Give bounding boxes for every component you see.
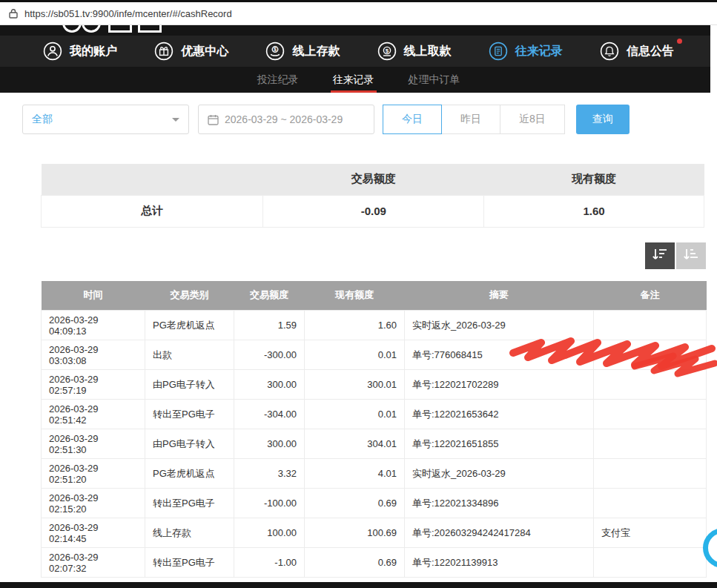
table-row: 2026-03-29 03:03:08出款-300.000.01单号:77606… (42, 340, 707, 370)
summary-header-balance: 现有额度 (484, 164, 704, 195)
type-cell: 转出至PG电子 (145, 548, 234, 578)
summary-total-label: 总计 (42, 195, 263, 227)
remark-cell (594, 400, 707, 429)
time-cell: 2026-03-29 02:51:30 (42, 429, 145, 459)
balance-cell: 100.69 (305, 518, 405, 548)
nav-label: 线上取款 (404, 44, 452, 59)
table-row: 2026-03-29 02:51:20PG老虎机返点3.324.01实时返水_2… (42, 459, 707, 489)
logo-circle-icon (82, 25, 101, 33)
type-cell: 出款 (145, 340, 234, 370)
subnav-label: 投注纪录 (257, 73, 299, 87)
date-range-value: 2026-03-29 ~ 2026-03-29 (225, 113, 343, 125)
time-cell: 2026-03-29 02:51:42 (42, 400, 145, 429)
balance-cell: 0.01 (305, 340, 405, 370)
records-icon (489, 42, 508, 61)
sort-ascending-button[interactable] (676, 242, 706, 269)
table-row: 2026-03-29 02:51:42转出至PG电子-304.000.01单号:… (42, 400, 707, 429)
subnav-label: 处理中订单 (409, 73, 460, 87)
search-button[interactable]: 查询 (576, 105, 630, 134)
today-button[interactable]: 今日 (383, 105, 442, 134)
sort-descending-button[interactable] (645, 242, 675, 269)
sub-nav: 投注纪录 往来记录 处理中订单 (0, 67, 717, 93)
nav-label: 信息公告 (627, 44, 674, 59)
remark-cell (594, 370, 707, 400)
withdraw-icon: $ (377, 42, 397, 61)
summary-cell: 单号:122021702289 (405, 370, 594, 400)
nav-item-promotions[interactable]: 优惠中心 (154, 42, 228, 61)
user-icon (43, 42, 62, 61)
nav-item-my-account[interactable]: 我的账户 (43, 42, 117, 61)
summary-cell: 单号:202603294242417284 (405, 518, 594, 548)
header-summary: 摘要 (405, 281, 594, 311)
header-type: 交易类别 (145, 281, 234, 311)
summary-cell: 单号:122021653642 (405, 400, 594, 429)
summary-header-transaction: 交易额度 (263, 164, 484, 195)
records-tbody: 2026-03-29 04:09:13PG老虎机返点1.591.60实时返水_2… (42, 311, 707, 578)
balance-cell: 0.69 (305, 548, 405, 578)
remark-cell (594, 311, 707, 340)
svg-text:$: $ (274, 47, 277, 53)
header-amount: 交易额度 (234, 281, 305, 311)
summary-transaction-total: -0.09 (263, 195, 484, 227)
records-table: 时间 交易类别 交易额度 现有额度 摘要 备注 2026-03-29 04:09… (41, 281, 707, 578)
balance-cell: 304.01 (305, 429, 405, 459)
balance-cell: 1.60 (305, 311, 405, 340)
amount-cell: -300.00 (234, 340, 305, 370)
type-cell: 由PG电子转入 (145, 429, 234, 459)
url-text: https://sb051.tv:9900/infe/mcenter/#/cas… (24, 8, 232, 19)
nav-item-deposit[interactable]: $ 线上存款 (265, 42, 340, 61)
type-cell: 转出至PG电子 (145, 489, 234, 518)
remark-cell (594, 548, 707, 578)
notification-dot (677, 39, 682, 44)
summary-cell: 单号:776068415 (405, 340, 594, 370)
nav-label: 我的账户 (70, 44, 117, 59)
logo-glyph (138, 25, 162, 33)
nav-label: 往来记录 (515, 44, 563, 59)
sort-ascending-icon (682, 247, 700, 264)
table-row: 2026-03-29 02:15:20转出至PG电子-100.000.69单号:… (42, 489, 707, 518)
time-cell: 2026-03-29 02:14:45 (42, 518, 145, 548)
nav-item-withdraw[interactable]: $ 线上取款 (377, 42, 452, 61)
nav-item-records[interactable]: 往来记录 (489, 42, 563, 61)
summary-balance-total: 1.60 (484, 195, 704, 227)
type-filter-dropdown[interactable]: 全部 (22, 105, 189, 134)
remark-cell (594, 459, 707, 489)
balance-cell: 0.69 (305, 489, 405, 518)
yesterday-button[interactable]: 昨日 (441, 105, 500, 134)
amount-cell: 300.00 (234, 370, 305, 400)
amount-cell: 100.00 (234, 518, 305, 548)
time-cell: 2026-03-29 02:15:20 (42, 489, 145, 518)
table-row: 2026-03-29 02:07:32转出至PG电子-1.000.69单号:12… (42, 548, 707, 578)
balance-cell: 300.01 (305, 370, 405, 400)
header-time: 时间 (42, 281, 145, 311)
table-row: 2026-03-29 02:14:45线上存款100.00100.69单号:20… (42, 518, 707, 548)
table-row: 2026-03-29 04:09:13PG老虎机返点1.591.60实时返水_2… (42, 311, 707, 340)
logo-strip (0, 25, 717, 36)
last-8-days-button[interactable]: 近8日 (500, 105, 565, 134)
subnav-item-processing-orders[interactable]: 处理中订单 (406, 67, 463, 93)
svg-text:$: $ (385, 47, 389, 54)
summary-cell: 单号:122021651855 (405, 429, 594, 459)
remark-cell (594, 340, 707, 370)
header-balance: 现有额度 (305, 281, 405, 311)
browser-address-bar[interactable]: https://sb051.tv:9900/infe/mcenter/#/cas… (0, 0, 717, 25)
chevron-down-icon (172, 118, 179, 125)
lock-icon (9, 8, 18, 19)
scrollbar-track[interactable] (710, 25, 717, 93)
date-range-input[interactable]: 2026-03-29 ~ 2026-03-29 (198, 105, 374, 134)
amount-cell: 1.59 (234, 311, 305, 340)
subnav-item-bet-records[interactable]: 投注纪录 (255, 67, 301, 93)
type-cell: 转出至PG电子 (145, 400, 234, 429)
table-row: 2026-03-29 02:51:30由PG电子转入300.00304.01单号… (42, 429, 707, 459)
remark-cell (594, 489, 707, 518)
subnav-item-transaction-records[interactable]: 往来记录 (331, 67, 377, 93)
sort-descending-icon (651, 247, 669, 264)
type-cell: PG老虎机返点 (145, 459, 234, 489)
summary-cell: 实时返水_2026-03-29 (405, 459, 594, 489)
time-cell: 2026-03-29 04:09:13 (42, 311, 145, 340)
nav-item-announcements[interactable]: 信息公告 (600, 42, 674, 61)
dropdown-value: 全部 (32, 113, 53, 126)
amount-cell: -304.00 (234, 400, 305, 429)
bottom-bar (0, 582, 717, 588)
logo-circle-icon (62, 25, 82, 33)
